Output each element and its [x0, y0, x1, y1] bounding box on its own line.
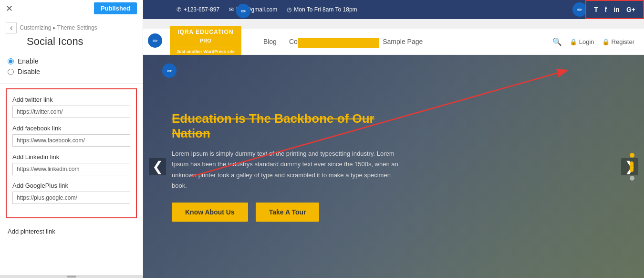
- know-about-us-button[interactable]: Know About Us: [172, 203, 248, 222]
- hero-buttons: Know About Us Take A Tour: [172, 203, 401, 222]
- hero-section: ✏ Education is The Backbone of Our Natio…: [143, 55, 644, 278]
- register-button[interactable]: 🔒 Register: [602, 38, 634, 45]
- logo-name: IQRA EDUCATION: [177, 29, 235, 36]
- phone-info: ✆ +123-657-897: [177, 6, 219, 13]
- logo-tagline: Just another WordPress site: [177, 49, 235, 55]
- hero-dots: [630, 153, 634, 181]
- edit-pencil-hero[interactable]: ✏: [162, 64, 177, 78]
- logo-sub: PRO: [200, 38, 211, 43]
- search-icon[interactable]: 🔍: [552, 37, 562, 46]
- linkedin-input[interactable]: [12, 163, 130, 175]
- pencil-icon-social: ✏: [577, 6, 582, 13]
- phone-text: +123-657-897: [184, 6, 219, 13]
- pencil-icon: ✏: [241, 8, 246, 15]
- info-bar-left: ✆ +123-657-897 ✉ info@gmail.com ◷ Mon To…: [177, 6, 357, 13]
- social-links-box: Add twitter link Add facebook link Add L…: [6, 88, 137, 218]
- edit-pencil-logo[interactable]: ✏: [148, 33, 162, 48]
- googleplus-field-group: Add GooglePlus link: [12, 182, 130, 204]
- email-icon: ✉: [229, 6, 234, 13]
- hours-info: ◷ Mon To Fri 8am To 18pm: [287, 6, 357, 13]
- right-preview: ✏ ✆ +123-657-897 ✉ info@gmail.com ◷ Mon …: [143, 0, 644, 278]
- close-button[interactable]: ✕: [6, 3, 13, 14]
- facebook-icon[interactable]: f: [605, 6, 607, 13]
- linkedin-label: Add Linkedin link: [12, 153, 130, 160]
- nav-bar: ✏ IQRA EDUCATION PRO Just another WordPr…: [143, 29, 644, 55]
- disable-radio[interactable]: Disable: [8, 68, 135, 75]
- dot-1[interactable]: [630, 153, 634, 158]
- info-bar: ✏ ✆ +123-657-897 ✉ info@gmail.com ◷ Mon …: [143, 0, 644, 19]
- linkedin-field-group: Add Linkedin link: [12, 153, 130, 175]
- googleplus-label: Add GooglePlus link: [12, 182, 130, 189]
- dot-3[interactable]: [630, 176, 634, 181]
- pencil-icon-logo: ✏: [153, 37, 158, 44]
- nav-logo: IQRA EDUCATION PRO Just another WordPres…: [170, 26, 241, 57]
- linkedin-icon[interactable]: in: [613, 6, 619, 13]
- enable-label: Enable: [18, 57, 39, 65]
- hours-text: Mon To Fri 8am To 18pm: [294, 6, 357, 13]
- login-button[interactable]: 🔒 Login: [570, 38, 594, 45]
- twitter-label: Add twitter link: [12, 96, 130, 103]
- edit-pencil-social[interactable]: ✏: [572, 2, 587, 17]
- breadcrumb: Customizing ▸ Theme Settings: [20, 24, 97, 31]
- take-a-tour-button[interactable]: Take A Tour: [256, 203, 320, 222]
- disable-label: Disable: [18, 68, 40, 75]
- facebook-field-group: Add facebook link: [12, 125, 130, 147]
- scroll-indicator[interactable]: [0, 275, 143, 278]
- hero-title: Education is The Backbone of Our Nation: [172, 111, 401, 141]
- panel-title: Social Icons: [0, 35, 143, 53]
- nav-sample-page[interactable]: Sample Page: [383, 38, 423, 45]
- pencil-icon-hero: ✏: [167, 67, 172, 75]
- pinterest-label: Add pinterest link: [0, 223, 143, 240]
- panel-scroll[interactable]: Enable Disable Add twitter link Add face…: [0, 53, 143, 278]
- phone-icon: ✆: [177, 6, 181, 13]
- radio-group: Enable Disable: [0, 53, 143, 84]
- facebook-input[interactable]: [12, 134, 130, 147]
- hero-content: Education is The Backbone of Our Nation …: [143, 97, 429, 235]
- twitter-input[interactable]: [12, 106, 130, 118]
- left-panel: ✕ Published ‹ Customizing ▸ Theme Settin…: [0, 0, 143, 278]
- logo-area: [298, 38, 379, 48]
- nav-blog[interactable]: Blog: [263, 38, 277, 45]
- googleplus-icon[interactable]: G+: [626, 6, 635, 13]
- edit-pencil-info[interactable]: ✏: [236, 4, 250, 18]
- clock-icon: ◷: [287, 6, 291, 13]
- back-button[interactable]: ‹: [6, 22, 17, 33]
- nav-right: 🔍 🔒 Login 🔒 Register: [552, 37, 634, 46]
- facebook-label: Add facebook link: [12, 125, 130, 132]
- hero-text: Lorem Ipsum is simply dummy text of the …: [172, 149, 401, 191]
- hero-prev-button[interactable]: ❮: [149, 158, 166, 175]
- breadcrumb-area: ‹ Customizing ▸ Theme Settings: [0, 17, 143, 35]
- twitter-icon[interactable]: T: [594, 6, 598, 13]
- published-button[interactable]: Published: [94, 2, 137, 14]
- social-icons-box: T f in G+: [585, 0, 644, 19]
- top-bar: ✕ Published: [0, 0, 143, 17]
- twitter-field-group: Add twitter link: [12, 96, 130, 118]
- enable-radio[interactable]: Enable: [8, 57, 135, 65]
- googleplus-input[interactable]: [12, 192, 130, 204]
- dot-2[interactable]: [630, 161, 634, 172]
